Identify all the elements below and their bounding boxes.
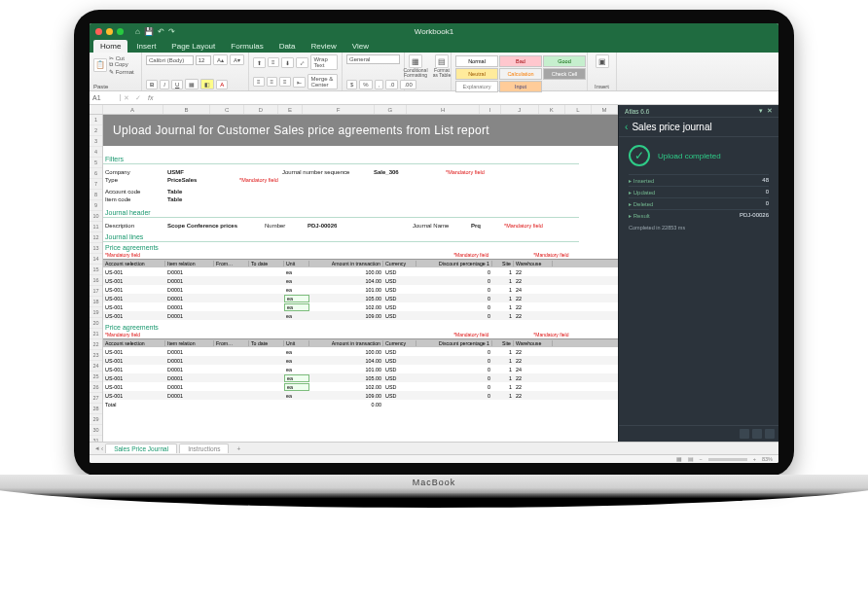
cell-style-neutral[interactable]: Neutral [455, 68, 498, 80]
currency-button[interactable]: $ [346, 80, 357, 89]
col-header[interactable]: K [539, 105, 565, 114]
table-row[interactable]: US-001D0001ea104.00USD0122 [103, 276, 618, 285]
row-header[interactable]: 3 [90, 136, 102, 147]
col-header[interactable]: F [303, 105, 375, 114]
col-header[interactable]: I [480, 105, 500, 114]
table-row[interactable]: US-001D0001ea101.00USD0124 [103, 365, 618, 373]
inc-dec-button[interactable]: .0 [385, 80, 398, 89]
col-header[interactable]: D [244, 105, 278, 114]
journal-name-value[interactable]: Prq [471, 223, 500, 229]
tab-view[interactable]: View [345, 40, 376, 53]
cell-style-input[interactable]: Input [499, 81, 542, 92]
row-header[interactable]: 2 [90, 125, 102, 136]
bold-button[interactable]: B [146, 80, 158, 89]
panel-footer-icon[interactable] [752, 429, 762, 439]
col-header[interactable]: E [278, 105, 303, 114]
desc-value[interactable]: Scope Conference prices [167, 223, 261, 229]
first-sheet-icon[interactable]: ◂ [95, 444, 99, 452]
type-value[interactable]: PriceSales [167, 177, 235, 183]
tab-page-layout[interactable]: Page Layout [164, 40, 222, 53]
panel-footer-icon[interactable] [765, 429, 775, 439]
cell-style-bad[interactable]: Bad [499, 55, 542, 67]
row-header[interactable]: 21 [90, 329, 102, 339]
view-normal-icon[interactable]: ▦ [676, 456, 682, 462]
row-header[interactable]: 24 [90, 361, 102, 372]
comma-button[interactable]: , [375, 80, 384, 89]
orientation-button[interactable]: ⤢ [296, 57, 308, 68]
col-header[interactable]: A [103, 105, 163, 114]
border-button[interactable]: ▦ [185, 79, 199, 89]
row-header[interactable]: 10 [90, 211, 102, 222]
worksheet[interactable]: ABCDEFGHIJKLM 12345678910111213141516171… [90, 105, 618, 442]
cell-style-calculation[interactable]: Calculation [499, 68, 542, 80]
row-header[interactable]: 14 [90, 254, 102, 265]
insert-cells-icon[interactable]: ▣ [596, 54, 609, 68]
tab-home[interactable]: Home [93, 40, 127, 53]
font-color-button[interactable]: A [216, 80, 228, 89]
row-header[interactable]: 5 [90, 158, 102, 168]
font-size-select[interactable]: 12 [196, 55, 211, 65]
zoom-level[interactable]: 83% [762, 456, 773, 462]
align-left-button[interactable]: ≡ [253, 77, 265, 87]
row-header[interactable]: 20 [90, 318, 102, 329]
col-header[interactable]: H [407, 105, 481, 114]
table-row[interactable]: US-001D0001ea100.00USD0122 [103, 267, 618, 276]
row-header[interactable]: 7 [90, 179, 102, 190]
table-row[interactable]: US-001D0001ea109.00USD0122 [103, 311, 618, 320]
row-header[interactable]: 25 [90, 372, 102, 382]
underline-button[interactable]: U [171, 80, 183, 89]
row-header[interactable]: 12 [90, 232, 102, 243]
merge-button[interactable]: Merge & Center [307, 74, 338, 89]
col-header[interactable]: M [592, 105, 618, 114]
conditional-formatting-icon[interactable]: ▦ [409, 54, 422, 68]
row-header[interactable]: 4 [90, 147, 102, 158]
row-header[interactable]: 13 [90, 243, 102, 254]
row-header[interactable]: 28 [90, 404, 102, 414]
percent-button[interactable]: % [359, 80, 372, 89]
row-header[interactable]: 23 [90, 350, 102, 361]
table-row[interactable]: US-001D0001ea101.00USD0124 [103, 285, 618, 294]
row-header[interactable]: 22 [90, 339, 102, 350]
row-header[interactable]: 1 [90, 115, 102, 125]
cell-style-check-cell[interactable]: Check Cell [543, 68, 586, 80]
row-header[interactable]: 6 [90, 168, 102, 179]
prev-sheet-icon[interactable]: ‹ [101, 445, 103, 452]
indent-button[interactable]: ⇤ [293, 77, 306, 88]
increase-font-button[interactable]: A▴ [213, 54, 228, 65]
align-center-button[interactable]: ≡ [267, 77, 278, 87]
item-code-value[interactable]: Table [167, 196, 235, 202]
row-header[interactable]: 18 [90, 297, 102, 307]
add-sheet-button[interactable]: + [231, 445, 246, 452]
zoom-slider[interactable] [708, 458, 747, 461]
row-header[interactable]: 17 [90, 286, 102, 297]
table-row[interactable]: US-001D0001ea102.00USD0122 [103, 302, 618, 311]
zoom-out-icon[interactable]: − [700, 456, 703, 462]
cell-style-good[interactable]: Good [543, 55, 586, 67]
paste-icon[interactable]: 📋 [93, 58, 107, 72]
format-as-table-icon[interactable]: ▤ [435, 54, 449, 68]
row-header[interactable]: 19 [90, 307, 102, 318]
wrap-text-button[interactable]: Wrap Text [310, 54, 338, 70]
row-header[interactable]: 29 [90, 414, 102, 425]
panel-footer-icon[interactable] [740, 429, 749, 439]
account-code-value[interactable]: Table [167, 189, 235, 195]
back-icon[interactable]: ‹ [625, 122, 628, 132]
col-header[interactable]: G [375, 105, 407, 114]
copy-button[interactable]: ⧉ Copy [109, 61, 134, 68]
cell-style-normal[interactable]: Normal [455, 55, 498, 67]
align-right-button[interactable]: ≡ [279, 77, 291, 87]
decrease-font-button[interactable]: A▾ [230, 54, 244, 65]
row-header[interactable]: 27 [90, 393, 102, 404]
align-bot-button[interactable]: ⬇ [281, 57, 294, 68]
align-top-button[interactable]: ⬆ [253, 57, 266, 68]
number-value[interactable]: PDJ-00026 [307, 223, 376, 229]
fill-color-button[interactable]: ◧ [200, 79, 214, 89]
row-header[interactable]: 16 [90, 275, 102, 286]
table-row[interactable]: US-001D0001ea100.00USD0122 [103, 347, 618, 356]
row-header[interactable]: 30 [90, 425, 102, 436]
panel-menu-icon[interactable]: ▾ [759, 107, 763, 115]
cells-area[interactable]: Upload Journal for Customer Sales price … [103, 115, 618, 442]
row-header[interactable]: 11 [90, 222, 102, 232]
journal-seq-value[interactable]: Sale_306 [374, 169, 442, 175]
fx-icon[interactable]: fx [144, 94, 157, 101]
